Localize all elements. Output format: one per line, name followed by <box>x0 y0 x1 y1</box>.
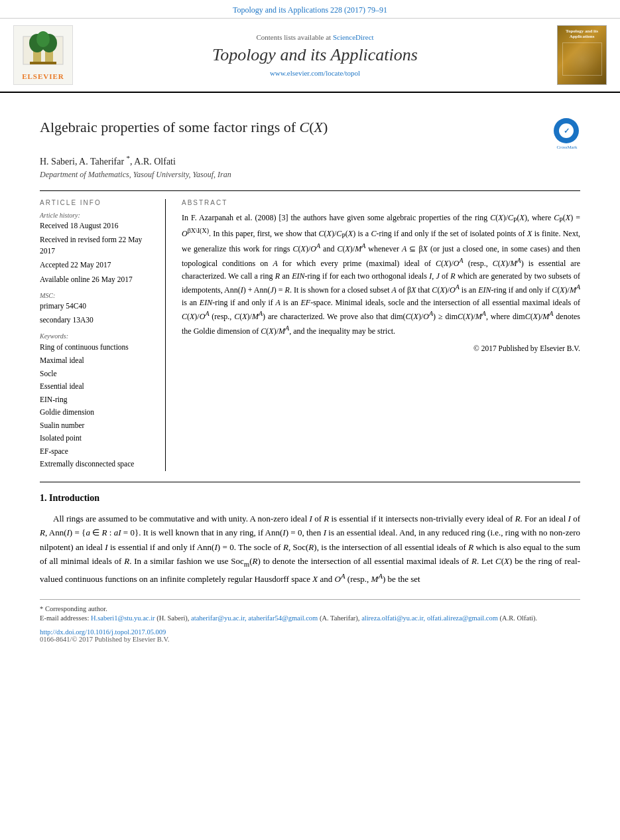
email5[interactable]: olfati.alireza@gmail.com <box>427 614 498 622</box>
keyword-1: Ring of continuous functions <box>40 341 156 354</box>
keyword-2: Maximal ideal <box>40 354 156 368</box>
sciencedirect-link[interactable]: ScienceDirect <box>333 33 374 41</box>
person3: (A.R. Olfati). <box>500 614 538 622</box>
section-title: 1. Introduction <box>40 493 580 504</box>
msc-primary: primary 54C40 <box>40 301 156 312</box>
abstract-heading: ABSTRACT <box>182 199 580 206</box>
divider-1 <box>40 190 580 191</box>
cover-title: Topology and its Applications <box>560 29 603 40</box>
paper-title: Algebraic properties of some factor ring… <box>40 118 540 137</box>
email2[interactable]: ataherifar@yu.ac.ir, <box>191 614 247 622</box>
email3[interactable]: ataherifar54@gmail.com <box>248 614 318 622</box>
journal-header-top: Topology and its Applications 228 (2017)… <box>0 0 620 19</box>
issn-line: 0166-8641/© 2017 Published by Elsevier B… <box>40 636 580 643</box>
keyword-3: Socle <box>40 368 156 381</box>
keyword-9: EF-space <box>40 445 156 458</box>
keyword-8: Isolated point <box>40 432 156 445</box>
revised-date: Received in revised form 22 May 2017 <box>40 234 156 257</box>
msc-label: MSC: <box>40 292 156 299</box>
crossmark-badge: ✓ CrossMark <box>554 118 580 145</box>
doi-line[interactable]: http://dx.doi.org/10.1016/j.topol.2017.0… <box>40 628 580 636</box>
elsevier-brand: ELSEVIER <box>22 72 64 80</box>
abstract-col: ABSTRACT In F. Azarpanah et al. (2008) [… <box>182 199 580 471</box>
introduction-section: 1. Introduction All rings are assumed to… <box>40 493 580 587</box>
authors: H. Saberi, A. Taherifar *, A.R. Olfati <box>40 154 580 167</box>
keyword-10: Extremally disconnected space <box>40 458 156 471</box>
banner-center: Contents lists available at ScienceDirec… <box>80 33 550 77</box>
journal-banner: ELSEVIER Contents lists available at Sci… <box>0 19 620 93</box>
affiliation: Department of Mathematics, Yasouf Univer… <box>40 170 580 180</box>
available-date: Available online 26 May 2017 <box>40 274 156 285</box>
accepted-date: Accepted 22 May 2017 <box>40 259 156 271</box>
journal-url[interactable]: www.elsevier.com/locate/topol <box>80 69 550 77</box>
keyword-4: Essential ideal <box>40 380 156 393</box>
abstract-text: In F. Azarpanah et al. (2008) [3] the au… <box>182 212 580 355</box>
email4[interactable]: alireza.olfati@yu.ac.ir, <box>361 614 425 622</box>
journal-cover: Topology and its Applications <box>557 25 607 85</box>
keywords-list: Ring of continuous functions Maximal ide… <box>40 341 156 470</box>
paper-title-row: Algebraic properties of some factor ring… <box>40 118 580 145</box>
footnote-area: * Corresponding author. E-mail addresses… <box>40 599 580 622</box>
divider-2 <box>40 482 580 482</box>
keyword-5: EIN-ring <box>40 393 156 407</box>
corresponding-note: * Corresponding author. <box>40 605 580 612</box>
intro-body: All rings are assumed to be commutative … <box>40 512 580 587</box>
copyright-line: © 2017 Published by Elsevier B.V. <box>182 343 580 355</box>
received-date: Received 18 August 2016 <box>40 220 156 232</box>
article-history-label: Article history: <box>40 212 156 219</box>
emails-label: E-mail addresses: <box>40 614 89 622</box>
svg-rect-6 <box>30 62 56 64</box>
keyword-7: Sualin number <box>40 419 156 433</box>
journal-citation: Topology and its Applications 228 (2017)… <box>233 5 387 15</box>
keywords-label: Keywords: <box>40 332 156 340</box>
journal-title-banner: Topology and its Applications <box>80 45 550 65</box>
contents-line: Contents lists available at ScienceDirec… <box>80 33 550 41</box>
article-info-heading: ARTICLE INFO <box>40 199 156 206</box>
msc-secondary: secondary 13A30 <box>40 315 156 326</box>
keyword-6: Goldie dimension <box>40 406 156 419</box>
email1[interactable]: H.saberi1@stu.yu.ac.ir <box>91 614 155 622</box>
person1: (H. Saberi), <box>156 614 189 622</box>
svg-point-5 <box>36 31 50 47</box>
email-addresses: E-mail addresses: H.saberi1@stu.yu.ac.ir… <box>40 614 580 622</box>
article-info-col: ARTICLE INFO Article history: Received 1… <box>40 199 166 471</box>
elsevier-tree-icon <box>20 30 66 70</box>
person2: (A. Taherifar), <box>320 614 360 622</box>
elsevier-logo: ELSEVIER <box>13 25 73 85</box>
